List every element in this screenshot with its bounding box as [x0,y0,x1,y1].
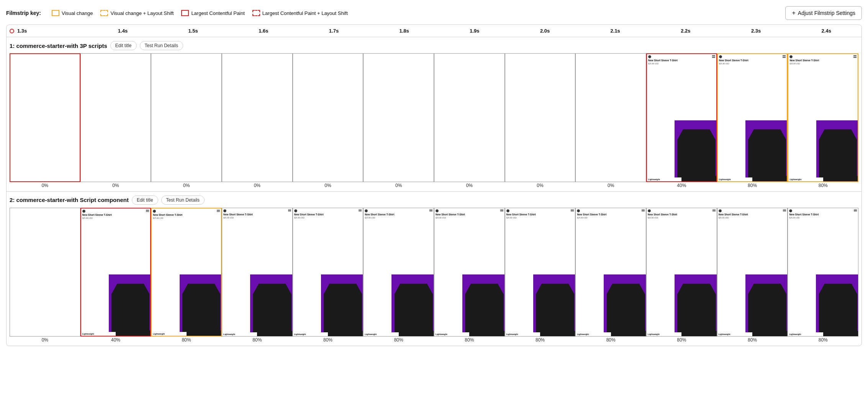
pct-cell-2-10: 80% [717,337,788,344]
timeline-header: 1.3s1.4s1.5s1.6s1.7s1.8s1.9s2.0s2.1s2.2s… [7,25,861,37]
edit-title-button-1[interactable]: Edit title [110,41,137,50]
thumb-frame-2-0[interactable] [10,208,80,337]
thumb-frame-1-3[interactable] [222,53,293,182]
pct-cell-1-9: 40% [646,183,717,190]
pct-cell-2-11: 80% [788,337,858,344]
timeline-tick-2.3s: 2.3s [721,28,791,34]
pct-cell-1-10: 80% [717,183,788,190]
thumb-frame-2-9[interactable]: New Short Sleeve T-Shirt$25.99 USDLightw… [646,208,717,337]
pct-cell-1-4: 0% [293,183,364,190]
thumb-frame-2-8[interactable]: New Short Sleeve T-Shirt$25.99 USDLightw… [575,208,646,337]
thumb-frame-1-6[interactable] [434,53,505,182]
test-run-button-2[interactable]: Test Run Details [161,195,205,205]
thumb-frame-1-1[interactable] [80,53,151,182]
thumb-cell-1-3 [222,53,293,182]
thumb-cell-1-7 [505,53,576,182]
thumb-cell-1-5 [363,53,434,182]
pct-cell-2-2: 80% [151,337,222,344]
section-header-2: 2: commerce-starter-with Script componen… [10,195,858,205]
visual-change-label: Visual change [62,10,93,16]
pct-cell-1-7: 0% [505,183,576,190]
thumb-cell-1-8 [575,53,646,182]
thumb-frame-1-0[interactable] [10,53,80,182]
thumbnails-row-1: New Short Sleeve T-Shirt$25.99 USDLightw… [10,53,858,182]
thumb-cell-2-7: New Short Sleeve T-Shirt$25.99 USDLightw… [505,208,576,337]
thumb-frame-2-6[interactable]: New Short Sleeve T-Shirt$25.99 USDLightw… [434,208,505,337]
filmstrip-section-2: 2: commerce-starter-with Script componen… [7,192,861,346]
legend-item-lcp-ls: Largest Contentful Paint + Layout Shift [252,10,348,16]
thumb-cell-1-4 [293,53,364,182]
pct-cell-2-3: 80% [222,337,293,344]
visual-change-icon [52,10,59,16]
timeline-tick-1.3s: 1.3s [16,28,88,34]
thumb-cell-2-6: New Short Sleeve T-Shirt$25.99 USDLightw… [434,208,505,337]
thumb-frame-1-11[interactable]: New Short Sleeve T-Shirt$25.99 USDLightw… [788,53,858,182]
visual-change-ls-label: Visual change + Layout Shift [110,10,174,16]
section-title-2: 2: commerce-starter-with Script componen… [10,197,129,203]
thumb-frame-2-11[interactable]: New Short Sleeve T-Shirt$25.99 USDLightw… [788,208,858,337]
thumb-frame-2-4[interactable]: New Short Sleeve T-Shirt$25.99 USDLightw… [293,208,364,337]
plus-icon: + [792,10,795,16]
lcp-ls-label: Largest Contentful Paint + Layout Shift [262,10,348,16]
thumb-frame-1-7[interactable] [505,53,576,182]
timeline-tick-2.4s: 2.4s [791,28,861,34]
thumb-cell-2-0 [10,208,80,337]
thumb-frame-1-5[interactable] [363,53,434,182]
thumb-frame-2-7[interactable]: New Short Sleeve T-Shirt$25.99 USDLightw… [505,208,576,337]
legend-bar: Filmstrip key: Visual change Visual chan… [6,6,862,20]
thumb-cell-1-6 [434,53,505,182]
pct-cell-2-8: 80% [575,337,646,344]
thumb-frame-2-2[interactable]: New Short Sleeve T-Shirt$25.99 USDLightw… [151,208,222,337]
pct-cell-2-4: 80% [293,337,364,344]
thumb-cell-2-3: New Short Sleeve T-Shirt$25.99 USDLightw… [222,208,293,337]
adjust-filmstrip-button[interactable]: + Adjust Filmstrip Settings [785,6,862,20]
timeline-tick-1.4s: 1.4s [88,28,158,34]
pct-row-2: 0%40%80%80%80%80%80%80%80%80%80%80% [10,337,858,344]
pct-cell-2-7: 80% [505,337,576,344]
filmstrip-container: 1.3s1.4s1.5s1.6s1.7s1.8s1.9s2.0s2.1s2.2s… [6,25,862,346]
pct-cell-2-5: 80% [363,337,434,344]
timeline-tick-1.8s: 1.8s [369,28,439,34]
pct-cell-1-5: 0% [363,183,434,190]
thumb-frame-2-10[interactable]: New Short Sleeve T-Shirt$25.99 USDLightw… [717,208,788,337]
section-title-1: 1: commerce-starter-with 3P scripts [10,43,107,49]
pct-cell-1-8: 0% [575,183,646,190]
thumb-cell-2-5: New Short Sleeve T-Shirt$25.99 USDLightw… [363,208,434,337]
thumb-frame-1-8[interactable] [575,53,646,182]
thumb-frame-1-4[interactable] [293,53,364,182]
timeline-tick-1.9s: 1.9s [439,28,510,34]
lcp-icon [181,10,189,16]
edit-title-button-2[interactable]: Edit title [132,195,158,205]
thumb-cell-2-10: New Short Sleeve T-Shirt$25.99 USDLightw… [717,208,788,337]
pct-cell-1-1: 0% [80,183,151,190]
legend-item-visual-change-ls: Visual change + Layout Shift [100,10,174,16]
thumb-cell-1-2 [151,53,222,182]
thumb-frame-1-2[interactable] [151,53,222,182]
thumb-cell-2-8: New Short Sleeve T-Shirt$25.99 USDLightw… [575,208,646,337]
pct-cell-1-3: 0% [222,183,293,190]
timeline-tick-2.0s: 2.0s [510,28,580,34]
thumb-cell-1-0 [10,53,80,182]
thumbnails-row-2: New Short Sleeve T-Shirt$25.99 USDLightw… [10,208,858,337]
lcp-label: Largest Contentful Paint [191,10,244,16]
thumb-cell-1-11: New Short Sleeve T-Shirt$25.99 USDLightw… [788,53,858,182]
timeline-tick-1.5s: 1.5s [158,28,228,34]
pct-cell-1-0: 0% [10,183,80,190]
timeline-ticks: 1.3s1.4s1.5s1.6s1.7s1.8s1.9s2.0s2.1s2.2s… [16,28,861,34]
test-run-button-1[interactable]: Test Run Details [140,41,183,50]
timeline-tick-1.7s: 1.7s [299,28,369,34]
timeline-tick-2.2s: 2.2s [650,28,721,34]
thumb-frame-1-9[interactable]: New Short Sleeve T-Shirt$25.99 USDLightw… [646,53,717,182]
thumb-frame-1-10[interactable]: New Short Sleeve T-Shirt$25.99 USDLightw… [717,53,788,182]
pct-cell-2-9: 80% [646,337,717,344]
lcp-ls-icon [252,10,260,16]
visual-change-ls-icon [100,10,108,16]
thumb-cell-2-4: New Short Sleeve T-Shirt$25.99 USDLightw… [293,208,364,337]
pct-cell-1-11: 80% [788,183,858,190]
thumb-cell-2-1: New Short Sleeve T-Shirt$25.99 USDLightw… [80,208,151,337]
thumb-frame-2-5[interactable]: New Short Sleeve T-Shirt$25.99 USDLightw… [363,208,434,337]
thumb-frame-2-1[interactable]: New Short Sleeve T-Shirt$25.99 USDLightw… [80,208,151,337]
timeline-dot [10,29,14,33]
sections-container: 1: commerce-starter-with 3P scriptsEdit … [7,37,861,346]
thumb-frame-2-3[interactable]: New Short Sleeve T-Shirt$25.99 USDLightw… [222,208,293,337]
